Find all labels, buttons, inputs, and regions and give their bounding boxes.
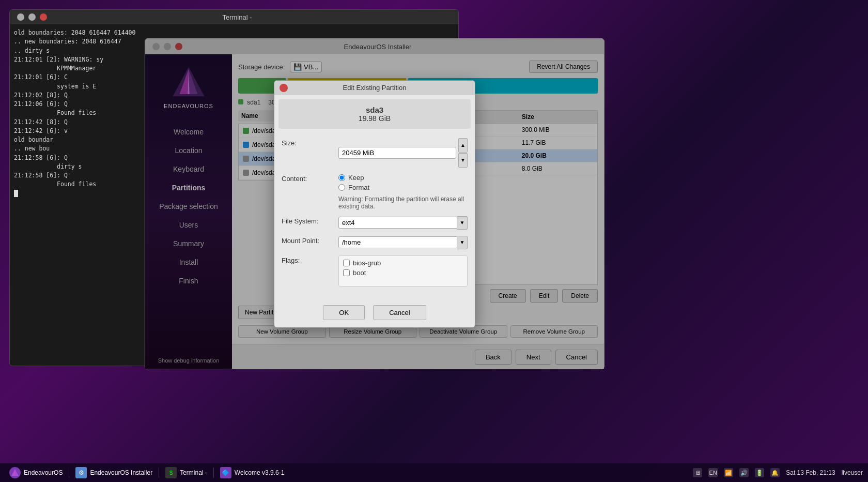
keep-radio[interactable]: Keep [338,174,468,182]
format-warning: Warning: Formatting the partition will e… [338,195,468,210]
terminal-taskbar-icon: $ [165,467,177,478]
format-radio-input[interactable] [338,184,345,191]
boot-label: boot [353,269,366,277]
edit-partition-dialog: Edit Existing Partition sda3 19.98 GiB S… [274,80,475,328]
dialog-body: Size: ▲ ▼ Content: K [274,133,475,298]
filesystem-dropdown-arrow[interactable]: ▼ [457,216,468,230]
tray-icon-network: 📶 [724,468,733,477]
taskbar-app1-label: EndeavourOS [24,469,63,476]
terminal-minimize-btn[interactable] [17,13,24,21]
dialog-cancel-button[interactable]: Cancel [373,305,426,320]
dialog-close-button[interactable] [280,84,288,92]
bios-grub-label: bios-grub [353,259,381,267]
taskbar-sep3 [213,468,214,478]
terminal-line: old boundaries: 2048 616447 614400 [14,28,454,37]
taskbar-app4-label: Welcome v3.9.6-1 [235,469,285,476]
dialog-ok-button[interactable]: OK [323,305,365,320]
tray-icon-battery: 🔋 [755,468,764,477]
keep-radio-input[interactable] [338,174,345,181]
tray-icon-lang[interactable]: EN [708,468,718,477]
terminal-maximize-btn[interactable] [28,13,36,21]
terminal-close-btn[interactable] [40,13,47,21]
flags-field-row: Flags: bios-grub boot [282,255,468,287]
filesystem-field-row: File System: ▼ [282,216,468,230]
content-label: Content: [282,174,333,183]
installer-window: EndeavourOS Installer ENDEAVOUROS Welcom… [145,38,605,369]
dialog-title: Edit Existing Partition [292,84,457,92]
dialog-header-info: sda3 19.98 GiB [278,99,471,129]
tray-icon-monitor: 🖥 [693,468,702,477]
endeavouros-taskbar-icon [9,467,21,478]
size-decrement-button[interactable]: ▼ [458,153,468,168]
terminal-title: Terminal - [47,13,427,21]
taskbar: EndeavourOS ⚙ EndeavourOS Installer $ Te… [0,463,868,482]
flags-label: Flags: [282,255,333,264]
boot-checkbox[interactable] [343,269,350,276]
size-increment-button[interactable]: ▲ [458,138,468,153]
dialog-buttons: OK Cancel [274,298,475,327]
taskbar-app-endeavouros[interactable]: EndeavourOS [5,466,67,479]
mountpoint-label: Mount Point: [282,236,333,245]
bios-grub-flag[interactable]: bios-grub [343,259,463,267]
taskbar-user: liveuser [842,469,863,476]
mountpoint-field-row: Mount Point: ▼ [282,236,468,249]
filesystem-dropdown: ▼ [338,216,468,230]
mountpoint-dropdown-arrow[interactable]: ▼ [457,236,468,249]
filesystem-input[interactable] [338,217,457,229]
dialog-partition-size: 19.98 GiB [285,114,464,123]
keep-label: Keep [348,174,364,182]
dialog-partition-name: sda3 [285,106,464,114]
tray-icon-notifications: 🔔 [770,468,780,477]
taskbar-sep2 [159,468,159,478]
format-radio[interactable]: Format [338,184,468,191]
tray-icon-volume: 🔊 [739,468,749,477]
svg-marker-4 [11,469,19,476]
bios-grub-checkbox[interactable] [343,260,350,266]
taskbar-right: 🖥 EN 📶 🔊 🔋 🔔 Sat 13 Feb, 21:13 liveuser [693,468,863,477]
taskbar-app-installer[interactable]: ⚙ EndeavourOS Installer [71,466,157,479]
welcome-taskbar-icon: 🔷 [220,467,231,478]
mountpoint-dropdown: ▼ [338,236,468,249]
taskbar-sep1 [69,468,69,478]
filesystem-label: File System: [282,216,333,225]
taskbar-app-welcome[interactable]: 🔷 Welcome v3.9.6-1 [216,466,289,479]
flags-area: bios-grub boot [338,255,468,287]
dialog-overlay: Edit Existing Partition sda3 19.98 GiB S… [145,39,604,369]
cursor [14,190,18,197]
size-label: Size: [282,138,333,147]
terminal-titlebar: Terminal - [10,10,458,24]
taskbar-app2-label: EndeavourOS Installer [90,469,152,476]
taskbar-app3-label: Terminal - [180,469,207,476]
size-field-row: Size: ▲ ▼ [282,138,468,168]
taskbar-datetime[interactable]: Sat 13 Feb, 21:13 [786,469,835,476]
size-input[interactable] [338,147,456,159]
size-input-group: ▲ ▼ [338,138,468,168]
boot-flag[interactable]: boot [343,269,463,277]
mountpoint-input[interactable] [338,236,457,248]
content-field-row: Content: Keep Format Warning: Formatting… [282,174,468,210]
installer-taskbar-icon: ⚙ [75,467,87,478]
format-label: Format [348,184,369,191]
dialog-titlebar: Edit Existing Partition [274,81,475,95]
content-radio-group: Keep Format Warning: Formatting the part… [338,174,468,210]
taskbar-app-terminal[interactable]: $ Terminal - [161,466,211,479]
